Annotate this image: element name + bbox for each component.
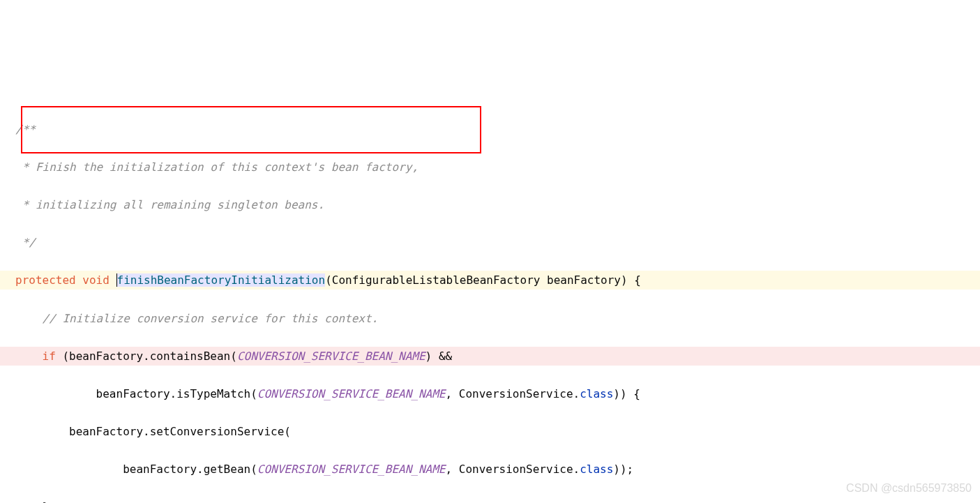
javadoc-text: /** [15, 123, 36, 136]
keyword-class: class [580, 387, 613, 400]
keyword-void: void [82, 273, 110, 287]
code-text: } [15, 500, 49, 503]
code-line[interactable]: * initializing all remaining singleton b… [0, 195, 980, 214]
javadoc-text: */ [15, 236, 36, 249]
comment-text: // Initialize conversion service for thi… [43, 312, 379, 325]
constant-ref: CONVERSION_SERVICE_BEAN_NAME [257, 463, 446, 476]
code-line[interactable]: } [0, 497, 980, 503]
constant-ref: CONVERSION_SERVICE_BEAN_NAME [237, 350, 425, 363]
code-text: beanFactory.isTypeMatch( [15, 387, 257, 400]
keyword-if: if [43, 350, 56, 363]
code-line-method-signature[interactable]: protected void finishBeanFactoryInitiali… [0, 271, 980, 290]
code-line[interactable]: * Finish the initialization of this cont… [0, 158, 980, 177]
code-text: (beanFactory.containsBean( [56, 350, 237, 363]
keyword-protected: protected [15, 273, 76, 287]
code-line[interactable]: // Initialize conversion service for thi… [0, 309, 980, 328]
code-text: , ConversionService. [446, 463, 580, 476]
keyword-class: class [580, 463, 613, 476]
javadoc-text: * initializing all remaining singleton b… [15, 198, 324, 211]
code-text: beanFactory.setConversionService( [15, 425, 291, 438]
code-text: )) { [613, 387, 640, 400]
code-text: )); [613, 463, 633, 476]
code-line-if[interactable]: if (beanFactory.containsBean(CONVERSION_… [0, 347, 980, 366]
constant-ref: CONVERSION_SERVICE_BEAN_NAME [257, 387, 446, 400]
code-line[interactable]: */ [0, 233, 980, 252]
code-line[interactable]: beanFactory.getBean(CONVERSION_SERVICE_B… [0, 460, 980, 479]
method-name-highlighted: finishBeanFactoryInitialization [117, 273, 326, 287]
code-line[interactable]: beanFactory.setConversionService( [0, 422, 980, 441]
code-text: beanFactory.getBean( [15, 463, 257, 476]
code-editor-viewport[interactable]: /** * Finish the initialization of this … [0, 82, 980, 503]
code-text: ) && [425, 350, 453, 363]
code-text: , ConversionService. [446, 387, 580, 400]
watermark-text: CSDN @csdn565973850 [846, 479, 972, 497]
method-params: (ConfigurableListableBeanFactory beanFac… [325, 273, 641, 287]
code-line[interactable]: /** [0, 120, 980, 139]
code-line[interactable]: beanFactory.isTypeMatch(CONVERSION_SERVI… [0, 384, 980, 403]
javadoc-text: * Finish the initialization of this cont… [15, 160, 419, 174]
